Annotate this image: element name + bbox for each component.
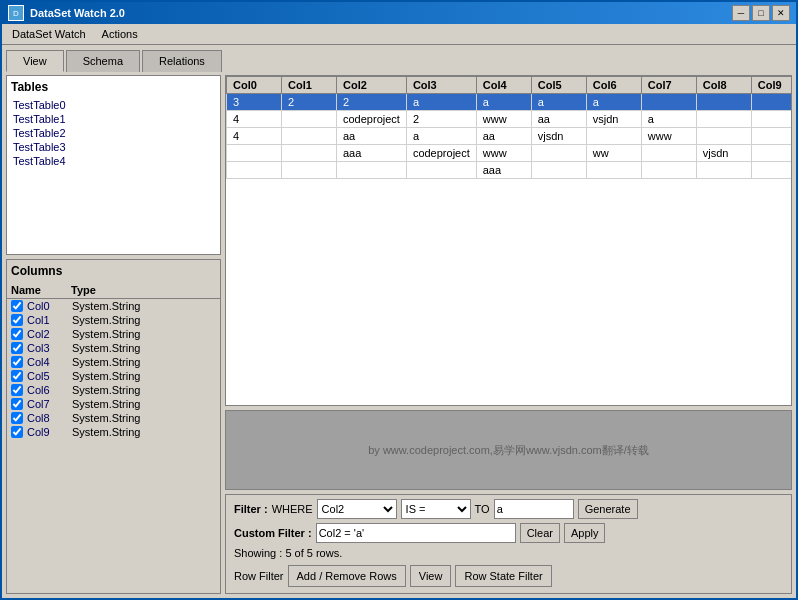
cell-0-4: a [476, 94, 531, 111]
column-checkbox-7[interactable] [11, 398, 23, 410]
menu-dataset-watch[interactable]: DataSet Watch [6, 26, 92, 42]
column-checkbox-8[interactable] [11, 412, 23, 424]
apply-button[interactable]: Apply [564, 523, 606, 543]
cell-2-9 [751, 128, 792, 145]
table-row[interactable]: aaa [227, 162, 793, 179]
grid-header-Col5: Col5 [531, 77, 586, 94]
cell-1-0: 4 [227, 111, 282, 128]
grid-header-Col8: Col8 [696, 77, 751, 94]
filter-col-select[interactable]: Col0Col1Col2Col3Col4Col5Col6Col7Col8Col9 [317, 499, 397, 519]
column-name-3: Col3 [27, 342, 72, 354]
cell-2-7: www [641, 128, 696, 145]
columns-panel: Columns Name Type Col0System.StringCol1S… [6, 259, 221, 594]
row-state-filter-button[interactable]: Row State Filter [455, 565, 551, 587]
cell-1-6: vsjdn [586, 111, 641, 128]
cell-4-5 [531, 162, 586, 179]
column-name-7: Col7 [27, 398, 72, 410]
watermark-area: by www.codeproject.com,易学网www.vjsdn.com翻… [225, 410, 792, 490]
where-label: WHERE [272, 503, 313, 515]
add-remove-rows-button[interactable]: Add / Remove Rows [288, 565, 406, 587]
column-checkbox-3[interactable] [11, 342, 23, 354]
table-item-3[interactable]: TestTable3 [11, 140, 216, 154]
table-item-4[interactable]: TestTable4 [11, 154, 216, 168]
minimize-button[interactable]: ─ [732, 5, 750, 21]
cell-4-4: aaa [476, 162, 531, 179]
grid-header-Col1: Col1 [282, 77, 337, 94]
custom-filter-input[interactable] [316, 523, 516, 543]
column-type-4: System.String [72, 356, 216, 368]
cell-1-5: aa [531, 111, 586, 128]
cell-2-3: a [406, 128, 476, 145]
column-item-2: Col2System.String [7, 327, 220, 341]
to-label: TO [475, 503, 490, 515]
table-row[interactable]: 4aaaaavjsdnwww [227, 128, 793, 145]
custom-filter-row: Custom Filter : Clear Apply [234, 523, 783, 543]
tab-relations[interactable]: Relations [142, 50, 222, 72]
generate-button[interactable]: Generate [578, 499, 638, 519]
column-item-3: Col3System.String [7, 341, 220, 355]
column-item-4: Col4System.String [7, 355, 220, 369]
left-panel: Tables TestTable0TestTable1TestTable2Tes… [6, 75, 221, 594]
grid-header-Col6: Col6 [586, 77, 641, 94]
column-item-1: Col1System.String [7, 313, 220, 327]
data-grid-container[interactable]: Col0Col1Col2Col3Col4Col5Col6Col7Col8Col9… [225, 75, 792, 406]
filter-to-input[interactable] [494, 499, 574, 519]
watermark-text: by www.codeproject.com,易学网www.vjsdn.com翻… [368, 443, 649, 458]
cell-4-9 [751, 162, 792, 179]
filter-is-select[interactable]: IS =IS !=IS <IS >IS <=IS >=LIKENOT LIKE [401, 499, 471, 519]
main-window: D DataSet Watch 2.0 ─ □ ✕ DataSet Watch … [0, 0, 798, 600]
main-content: Tables TestTable0TestTable1TestTable2Tes… [2, 71, 796, 598]
column-item-6: Col6System.String [7, 383, 220, 397]
cell-1-9 [751, 111, 792, 128]
cell-0-6: a [586, 94, 641, 111]
column-checkbox-1[interactable] [11, 314, 23, 326]
column-type-8: System.String [72, 412, 216, 424]
column-name-4: Col4 [27, 356, 72, 368]
cell-4-6 [586, 162, 641, 179]
grid-header-Col4: Col4 [476, 77, 531, 94]
filter-row: Filter : WHERE Col0Col1Col2Col3Col4Col5C… [234, 499, 783, 519]
table-item-0[interactable]: TestTable0 [11, 98, 216, 112]
menu-actions[interactable]: Actions [96, 26, 144, 42]
column-name-8: Col8 [27, 412, 72, 424]
view-button[interactable]: View [410, 565, 452, 587]
tab-schema[interactable]: Schema [66, 50, 140, 72]
table-item-2[interactable]: TestTable2 [11, 126, 216, 140]
column-item-0: Col0System.String [7, 299, 220, 313]
column-checkbox-5[interactable] [11, 370, 23, 382]
column-type-3: System.String [72, 342, 216, 354]
custom-filter-label: Custom Filter : [234, 527, 312, 539]
column-checkbox-0[interactable] [11, 300, 23, 312]
col-type-header: Type [71, 284, 216, 296]
cell-3-5 [531, 145, 586, 162]
column-type-2: System.String [72, 328, 216, 340]
table-row[interactable]: 4codeproject2wwwaavsjdna [227, 111, 793, 128]
tab-view[interactable]: View [6, 50, 64, 72]
maximize-button[interactable]: □ [752, 5, 770, 21]
table-row[interactable]: 322aaaa [227, 94, 793, 111]
tables-panel: Tables TestTable0TestTable1TestTable2Tes… [6, 75, 221, 255]
cell-0-7 [641, 94, 696, 111]
column-checkbox-2[interactable] [11, 328, 23, 340]
col-name-header: Name [11, 284, 71, 296]
grid-header-Col0: Col0 [227, 77, 282, 94]
right-panel: Col0Col1Col2Col3Col4Col5Col6Col7Col8Col9… [225, 75, 792, 594]
column-type-0: System.String [72, 300, 216, 312]
column-checkbox-6[interactable] [11, 384, 23, 396]
column-checkbox-4[interactable] [11, 356, 23, 368]
cell-3-0 [227, 145, 282, 162]
cell-4-0 [227, 162, 282, 179]
clear-button[interactable]: Clear [520, 523, 560, 543]
table-row[interactable]: aaacodeprojectwwwwwvjsdn [227, 145, 793, 162]
cell-0-3: a [406, 94, 476, 111]
column-type-9: System.String [72, 426, 216, 438]
column-type-5: System.String [72, 370, 216, 382]
columns-header-row: Name Type [7, 282, 220, 299]
cell-3-1 [282, 145, 337, 162]
cell-3-9 [751, 145, 792, 162]
table-item-1[interactable]: TestTable1 [11, 112, 216, 126]
column-checkbox-9[interactable] [11, 426, 23, 438]
grid-header-Col3: Col3 [406, 77, 476, 94]
close-button[interactable]: ✕ [772, 5, 790, 21]
data-grid: Col0Col1Col2Col3Col4Col5Col6Col7Col8Col9… [226, 76, 792, 179]
